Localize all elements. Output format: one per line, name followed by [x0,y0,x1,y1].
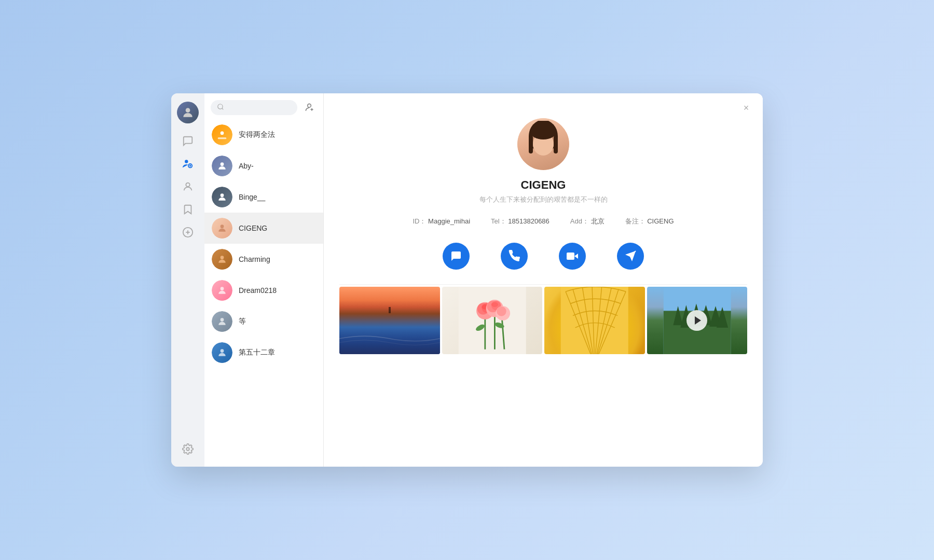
svg-point-14 [221,162,224,166]
id-label: ID： [413,217,426,225]
video-action-button[interactable] [559,243,586,270]
photo-fan[interactable] [544,287,645,354]
svg-rect-31 [458,287,526,354]
contact-item-aby[interactable]: Aby- [204,150,323,181]
svg-rect-25 [554,135,558,153]
avatar [212,156,232,176]
svg-rect-24 [529,135,533,153]
profile-address: Add： 北京 [570,217,605,226]
profile-note: 备注： CIGENG [625,217,674,226]
avatar [212,249,232,270]
message-action-button[interactable] [443,243,470,270]
contact-name: Aby- [239,162,254,170]
photo-roses[interactable] [442,287,543,354]
svg-point-8 [218,104,223,108]
svg-point-17 [221,256,224,259]
search-icon [217,103,224,112]
close-button[interactable]: × [740,102,752,114]
avatar [212,280,232,301]
svg-marker-27 [574,254,578,259]
note-value: CIGENG [647,217,674,225]
svg-point-18 [221,287,224,290]
tel-label: Tel： [491,217,506,225]
contact-item-charming[interactable]: Charming [204,244,323,275]
svg-rect-28 [567,253,574,260]
svg-point-26 [530,123,557,139]
photo-forest[interactable] [647,287,748,354]
id-value: Maggie_mihai [428,217,470,225]
profile-icon[interactable] [178,177,197,196]
svg-rect-47 [561,287,628,354]
play-button[interactable] [686,310,707,331]
avatar [212,124,232,145]
profile-bio: 每个人生下来被分配到的艰苦都是不一样的 [479,195,608,204]
profile-info-row: ID： Maggie_mihai Tel： 18513820686 Add： 北… [413,217,674,226]
note-label: 备注： [625,217,645,225]
contact-name: Dream0218 [239,286,277,295]
tel-value: 18513820686 [508,217,550,225]
svg-point-20 [221,349,224,353]
settings-icon[interactable] [178,440,197,458]
contact-item-cigeng[interactable]: CIGENG [204,213,323,244]
photo-grid [339,287,747,354]
profile-actions [443,243,644,270]
svg-point-15 [221,193,224,197]
svg-point-9 [308,104,311,107]
svg-point-3 [186,183,189,187]
sidebar-narrow [171,93,204,467]
contact-item-wushierzhang[interactable]: 第五十二章 [204,337,323,368]
svg-rect-13 [218,137,227,139]
app-window: 安得两全法 Aby- Binge__ [171,93,763,467]
add-label: Add： [570,217,589,225]
contact-name: 等 [239,317,246,326]
edit-icon[interactable] [178,223,197,242]
contact-name: 第五十二章 [239,348,275,357]
add-value: 北京 [591,217,605,225]
avatar [212,342,232,363]
svg-point-16 [221,225,224,228]
divider [339,284,747,285]
search-input-wrap[interactable] [211,100,297,115]
profile-name: CIGENG [521,178,566,192]
search-bar [204,93,323,119]
svg-point-0 [186,108,190,113]
profile-id: ID： Maggie_mihai [413,217,470,226]
search-input[interactable] [227,104,291,111]
svg-point-44 [491,302,498,307]
contact-item-binge[interactable]: Binge__ [204,181,323,213]
contact-item-dream0218[interactable]: Dream0218 [204,275,323,306]
play-triangle-icon [695,316,701,325]
photo-ocean[interactable] [339,287,440,354]
svg-point-19 [221,318,224,321]
call-action-button[interactable] [501,243,528,270]
avatar [212,311,232,332]
send-action-button[interactable] [617,243,644,270]
avatar [212,187,232,207]
contact-name: CIGENG [239,224,267,232]
contact-name: Binge__ [239,193,265,201]
contact-item-andequanfa[interactable]: 安得两全法 [204,119,323,150]
contact-items: 安得两全法 Aby- Binge__ [204,119,323,467]
svg-point-12 [221,131,224,135]
add-contact-button[interactable] [301,100,317,115]
profile-tel: Tel： 18513820686 [491,217,550,226]
user-avatar[interactable] [177,102,199,123]
bookmark-icon[interactable] [178,200,197,219]
svg-point-7 [186,447,189,451]
profile-avatar [517,118,569,170]
svg-point-46 [497,306,506,316]
profile-area: × CIGENG 每个人生下来被分配到的艰苦都是 [324,93,763,467]
contact-list: 安得两全法 Aby- Binge__ [204,93,324,467]
chat-icon[interactable] [178,132,197,150]
avatar [212,218,232,239]
svg-marker-30 [625,251,636,261]
sidebar-bottom [178,440,197,458]
contact-name: Charming [239,255,270,263]
svg-point-1 [185,160,188,163]
contacts-icon[interactable] [178,155,197,173]
contact-name: 安得两全法 [239,130,275,139]
contact-item-deng[interactable]: 等 [204,306,323,337]
